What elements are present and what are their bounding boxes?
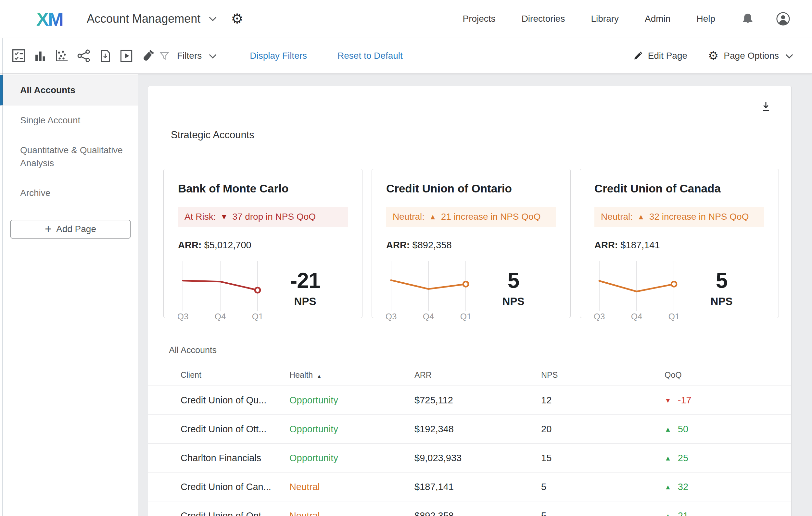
filters-label[interactable]: Filters [177, 51, 202, 61]
reset-to-default-link[interactable]: Reset to Default [338, 51, 403, 61]
nav-projects[interactable]: Projects [463, 13, 495, 24]
checklist-widget-icon[interactable] [12, 49, 26, 63]
client-cell: Credit Union of Qu... [181, 395, 289, 406]
nps-value: -21 [262, 268, 348, 293]
pencil-icon[interactable] [633, 51, 643, 61]
bar-chart-widget-icon[interactable] [34, 49, 47, 63]
col-arr[interactable]: ARR [414, 370, 541, 380]
sidebar-item-quant-qual-analysis[interactable]: Quantitative & Qualitative Analysis [0, 135, 138, 178]
nps-cell: 5 [541, 482, 665, 492]
status-badge: Neutral: ▲ 32 increase in NPS QoQ [594, 207, 764, 227]
table-header: Client Health▲ ARR NPS QoQ [148, 364, 791, 386]
arr-value: $892,358 [412, 240, 452, 250]
col-health[interactable]: Health▲ [289, 370, 414, 380]
col-nps[interactable]: NPS [541, 370, 665, 380]
svg-text:Q4: Q4 [423, 311, 434, 321]
nps-sparkline: Q3Q4Q1 [386, 260, 471, 321]
play-widget-icon[interactable] [119, 49, 133, 63]
table-row[interactable]: Credit Union of Qu... Opportunity $725,1… [148, 386, 791, 415]
arr-value: $187,141 [621, 240, 660, 250]
arr-cell: $9,023,933 [414, 453, 541, 463]
widget-title: Strategic Accounts [148, 86, 791, 141]
table-row[interactable]: Credit Union of Ott... Opportunity $192,… [148, 415, 791, 444]
table-row[interactable]: Credit Union of Can... Neutral $187,141 … [148, 473, 791, 502]
table-title: All Accounts [169, 345, 791, 355]
table-row[interactable]: Charlton Financials Opportunity $9,023,9… [148, 444, 791, 473]
account-avatar-icon[interactable] [776, 11, 790, 26]
arr-cell: $192,348 [414, 424, 541, 434]
col-client[interactable]: Client [181, 370, 289, 380]
qoq-arrow-icon: ▲ [665, 512, 671, 516]
delta-arrow-icon: ▼ [220, 213, 228, 221]
xm-logo[interactable]: XM [36, 8, 63, 30]
download-icon[interactable] [760, 100, 772, 112]
edit-page-button[interactable]: Edit Page [648, 51, 687, 61]
health-cell: Neutral [289, 511, 414, 516]
nav-admin[interactable]: Admin [645, 13, 670, 24]
sidebar-item-single-account[interactable]: Single Account [0, 105, 138, 135]
gear-icon[interactable]: ⚙ [708, 50, 719, 62]
account-name: Bank of Monte Carlo [178, 182, 348, 195]
table-row[interactable]: Credit Union of Ont... Neutral $892,358 … [148, 502, 791, 516]
nps-cell: 20 [541, 424, 665, 434]
page-options-button[interactable]: Page Options [724, 51, 779, 61]
gear-icon[interactable]: ⚙ [231, 12, 243, 26]
client-cell: Credit Union of Ont... [181, 511, 289, 516]
qoq-arrow-icon: ▼ [665, 397, 671, 404]
client-cell: Charlton Financials [181, 453, 289, 463]
sidebar-item-all-accounts[interactable]: All Accounts [0, 75, 138, 105]
bell-icon[interactable] [741, 12, 754, 25]
account-card[interactable]: Bank of Monte Carlo At Risk: ▼ 37 drop i… [163, 169, 362, 318]
share-widget-icon[interactable] [77, 49, 91, 63]
arr-label: ARR: [594, 240, 618, 250]
export-file-widget-icon[interactable] [99, 49, 112, 63]
widget-toolbar [0, 38, 138, 73]
svg-text:Q3: Q3 [386, 311, 397, 321]
status-label: Neutral: [601, 212, 633, 222]
sort-ascending-icon[interactable]: ▲ [317, 373, 322, 379]
chevron-down-icon[interactable] [786, 51, 793, 58]
nav-help[interactable]: Help [696, 13, 715, 24]
arr-cell: $725,112 [414, 395, 541, 406]
qoq-value: 25 [678, 453, 688, 463]
col-qoq[interactable]: QoQ [665, 370, 791, 380]
qoq-cell: ▲50 [665, 424, 791, 434]
window-edge [3, 38, 3, 516]
status-label: Neutral: [393, 212, 425, 222]
filter-funnel-icon [160, 51, 169, 61]
arr-cell: $892,358 [414, 511, 541, 516]
nav-library[interactable]: Library [591, 13, 619, 24]
page-actions: Edit Page ⚙ Page Options [633, 50, 812, 62]
chevron-down-icon[interactable] [209, 51, 216, 58]
delta-arrow-icon: ▲ [429, 213, 437, 221]
arr-label: ARR: [178, 240, 202, 250]
nav-directories[interactable]: Directories [522, 13, 565, 24]
account-card[interactable]: Credit Union of Canada Neutral: ▲ 32 inc… [580, 169, 779, 318]
app-title[interactable]: Account Management [87, 12, 200, 26]
chevron-down-icon[interactable] [209, 14, 216, 22]
svg-text:Q4: Q4 [215, 311, 226, 321]
display-filters-link[interactable]: Display Filters [250, 51, 307, 61]
nps-value: 5 [679, 268, 764, 293]
svg-text:Q1: Q1 [252, 311, 262, 321]
status-label: At Risk: [184, 212, 216, 222]
top-bar: XM Account Management ⚙ Projects Directo… [0, 0, 812, 38]
account-card[interactable]: Credit Union of Ontario Neutral: ▲ 21 in… [372, 169, 571, 318]
add-page-button[interactable]: + Add Page [10, 220, 130, 239]
qoq-value: 21 [678, 511, 688, 516]
nps-sparkline: Q3Q4Q1 [594, 260, 679, 321]
client-cell: Credit Union of Ott... [181, 424, 289, 434]
sidebar-item-archive[interactable]: Archive [0, 178, 138, 208]
nps-label: NPS [262, 295, 348, 308]
health-cell: Opportunity [289, 395, 414, 406]
qoq-cell: ▲21 [665, 511, 791, 516]
client-cell: Credit Union of Can... [181, 482, 289, 492]
health-cell: Opportunity [289, 424, 414, 434]
nps-label: NPS [679, 295, 764, 308]
scatter-plot-widget-icon[interactable] [55, 49, 69, 63]
delta-text: 37 drop in NPS QoQ [232, 212, 316, 222]
delta-text: 21 increase in NPS QoQ [441, 212, 541, 222]
nps-value: 5 [471, 268, 556, 293]
add-page-label: Add Page [56, 224, 96, 234]
svg-text:Q3: Q3 [594, 311, 605, 321]
